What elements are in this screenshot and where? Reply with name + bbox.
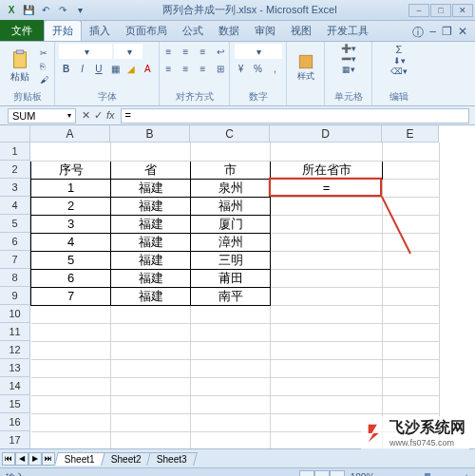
border-button[interactable]: ▦: [108, 61, 123, 76]
cell[interactable]: 5: [31, 251, 111, 269]
cell[interactable]: [271, 305, 383, 323]
cell[interactable]: [191, 395, 271, 413]
sheet-nav-last-icon[interactable]: ⏭: [42, 452, 55, 466]
row-header[interactable]: 8: [0, 269, 30, 287]
view-buttons[interactable]: [299, 470, 345, 477]
doc-minimize-button[interactable]: –: [429, 25, 436, 41]
save-icon[interactable]: 💾: [21, 3, 36, 18]
cell[interactable]: [191, 359, 271, 377]
cell[interactable]: [383, 179, 440, 197]
align-bottom-icon[interactable]: ≡: [196, 44, 211, 59]
cell[interactable]: [271, 359, 383, 377]
cell[interactable]: [383, 305, 440, 323]
cell[interactable]: [111, 377, 191, 395]
cell[interactable]: 福建: [111, 251, 191, 269]
formula-input[interactable]: =: [121, 108, 469, 124]
row-header[interactable]: 2: [0, 161, 30, 179]
column-header[interactable]: A: [30, 125, 110, 143]
cell[interactable]: 所在省市: [271, 161, 383, 179]
cell[interactable]: 福建: [111, 179, 191, 197]
row-header[interactable]: 15: [0, 395, 30, 413]
cell[interactable]: [383, 143, 440, 161]
cell[interactable]: 漳州: [191, 233, 271, 251]
paste-button[interactable]: 粘贴: [4, 49, 36, 84]
select-all-button[interactable]: [0, 125, 30, 143]
cell[interactable]: [191, 143, 271, 161]
align-right-icon[interactable]: ≡: [196, 61, 211, 76]
row-header[interactable]: 14: [0, 377, 30, 395]
help-icon[interactable]: ⓘ: [412, 25, 424, 41]
bold-button[interactable]: B: [59, 61, 73, 76]
font-color-button[interactable]: A: [141, 61, 155, 76]
cell[interactable]: [191, 377, 271, 395]
cell[interactable]: [111, 395, 191, 413]
cell[interactable]: 1: [31, 179, 111, 197]
fill-icon[interactable]: ⬇▾: [393, 56, 406, 66]
align-left-icon[interactable]: ≡: [162, 61, 177, 76]
column-header[interactable]: E: [382, 125, 439, 143]
delete-cells-icon[interactable]: ➖▾: [341, 54, 356, 64]
sheet-tab[interactable]: Sheet2: [101, 452, 151, 466]
cell[interactable]: [271, 395, 383, 413]
cell[interactable]: [383, 269, 440, 287]
row-header[interactable]: 10: [0, 305, 30, 323]
zoom-out-button[interactable]: −: [380, 472, 386, 476]
cell[interactable]: 市: [191, 161, 271, 179]
cell[interactable]: [383, 359, 440, 377]
align-middle-icon[interactable]: ≡: [179, 44, 194, 59]
cell[interactable]: [31, 341, 111, 359]
maximize-button[interactable]: □: [430, 4, 451, 17]
cell[interactable]: [383, 197, 440, 215]
cell[interactable]: 泉州: [191, 179, 271, 197]
row-header[interactable]: 13: [0, 359, 30, 377]
cell[interactable]: [111, 359, 191, 377]
column-header[interactable]: D: [270, 125, 382, 143]
cancel-formula-icon[interactable]: ✕: [82, 109, 90, 122]
cell[interactable]: [271, 143, 383, 161]
doc-restore-button[interactable]: ❐: [442, 25, 452, 41]
zoom-level[interactable]: 100%: [351, 472, 375, 476]
cell[interactable]: 莆田: [191, 269, 271, 287]
cell[interactable]: [111, 305, 191, 323]
cell[interactable]: 4: [31, 233, 111, 251]
name-box[interactable]: SUM▾: [8, 108, 76, 124]
cell[interactable]: [111, 143, 191, 161]
sheet-nav-prev-icon[interactable]: ◀: [15, 452, 28, 466]
tab-review[interactable]: 审阅: [247, 21, 283, 41]
cell[interactable]: 厦门: [191, 215, 271, 233]
cell[interactable]: [383, 377, 440, 395]
cell[interactable]: [383, 251, 440, 269]
clear-icon[interactable]: ⌫▾: [390, 67, 408, 76]
cell[interactable]: [191, 305, 271, 323]
cell[interactable]: [383, 323, 440, 341]
format-cells-icon[interactable]: ▦▾: [342, 65, 355, 74]
redo-icon[interactable]: ↷: [55, 3, 70, 18]
cell[interactable]: [271, 287, 383, 305]
tab-view[interactable]: 视图: [283, 21, 319, 41]
cell[interactable]: [191, 323, 271, 341]
cell[interactable]: [383, 287, 440, 305]
cell[interactable]: 三明: [191, 251, 271, 269]
cell[interactable]: 2: [31, 197, 111, 215]
zoom-in-button[interactable]: +: [464, 472, 469, 476]
cell[interactable]: [191, 413, 271, 431]
cell[interactable]: 福建: [111, 269, 191, 287]
doc-close-button[interactable]: ✕: [458, 25, 467, 41]
wrap-text-icon[interactable]: ↩: [213, 44, 228, 59]
row-header[interactable]: 3: [0, 179, 30, 197]
merge-icon[interactable]: ⊞: [213, 61, 228, 76]
cell[interactable]: [271, 233, 383, 251]
tab-page-layout[interactable]: 页面布局: [118, 21, 175, 41]
font-size-select[interactable]: ▾: [114, 44, 142, 59]
cell[interactable]: [31, 359, 111, 377]
cell[interactable]: [271, 341, 383, 359]
column-header[interactable]: C: [190, 125, 270, 143]
close-button[interactable]: ✕: [452, 4, 473, 17]
cell[interactable]: [31, 413, 111, 431]
copy-icon[interactable]: ⎘: [40, 61, 48, 72]
cell[interactable]: 福建: [111, 233, 191, 251]
cell[interactable]: [271, 251, 383, 269]
sheet-tab[interactable]: Sheet1: [54, 452, 104, 466]
cell[interactable]: [271, 215, 383, 233]
cell[interactable]: [383, 233, 440, 251]
